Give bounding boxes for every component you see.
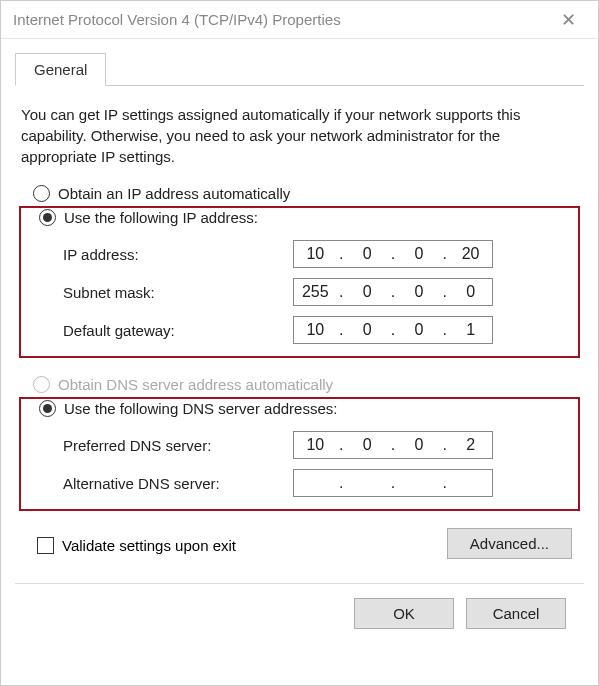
radio-label: Obtain DNS server address automatically — [58, 376, 333, 393]
titlebar: Internet Protocol Version 4 (TCP/IPv4) P… — [1, 1, 598, 39]
preferred-dns-row: Preferred DNS server: 10. 0. 0. 2 — [63, 431, 564, 459]
dialog-content: General You can get IP settings assigned… — [1, 39, 598, 685]
properties-dialog: Internet Protocol Version 4 (TCP/IPv4) P… — [0, 0, 599, 686]
tab-general[interactable]: General — [15, 53, 106, 86]
ip-address-label: IP address: — [63, 246, 293, 263]
radio-use-dns[interactable]: Use the following DNS server addresses: — [39, 400, 343, 417]
close-icon[interactable]: ✕ — [551, 9, 586, 31]
radio-use-ip[interactable]: Use the following IP address: — [39, 209, 264, 226]
advanced-button[interactable]: Advanced... — [447, 528, 572, 559]
subnet-mask-row: Subnet mask: 255. 0. 0. 0 — [63, 278, 564, 306]
ip-address-row: IP address: 10. 0. 0. 20 — [63, 240, 564, 268]
alt-dns-row: Alternative DNS server: . . . — [63, 469, 564, 497]
radio-icon — [33, 185, 50, 202]
advanced-row: Advanced... — [15, 528, 584, 559]
radio-icon — [39, 209, 56, 226]
dialog-buttons: OK Cancel — [15, 583, 584, 643]
alt-dns-label: Alternative DNS server: — [63, 475, 293, 492]
ip-address-input[interactable]: 10. 0. 0. 20 — [293, 240, 493, 268]
subnet-mask-input[interactable]: 255. 0. 0. 0 — [293, 278, 493, 306]
subnet-mask-label: Subnet mask: — [63, 284, 293, 301]
radio-icon — [33, 376, 50, 393]
default-gateway-row: Default gateway: 10. 0. 0. 1 — [63, 316, 564, 344]
radio-label: Use the following IP address: — [64, 209, 258, 226]
ok-button[interactable]: OK — [354, 598, 454, 629]
default-gateway-input[interactable]: 10. 0. 0. 1 — [293, 316, 493, 344]
preferred-dns-label: Preferred DNS server: — [63, 437, 293, 454]
radio-label: Obtain an IP address automatically — [58, 185, 290, 202]
description-text: You can get IP settings assigned automat… — [21, 104, 578, 167]
radio-obtain-dns-auto: Obtain DNS server address automatically — [33, 376, 584, 393]
alt-dns-input[interactable]: . . . — [293, 469, 493, 497]
dialog-title: Internet Protocol Version 4 (TCP/IPv4) P… — [13, 11, 341, 28]
radio-icon — [39, 400, 56, 417]
cancel-button[interactable]: Cancel — [466, 598, 566, 629]
radio-obtain-ip-auto[interactable]: Obtain an IP address automatically — [33, 185, 584, 202]
ip-settings-group: Use the following IP address: IP address… — [19, 206, 580, 358]
dns-settings-group: Use the following DNS server addresses: … — [19, 397, 580, 511]
radio-label: Use the following DNS server addresses: — [64, 400, 337, 417]
preferred-dns-input[interactable]: 10. 0. 0. 2 — [293, 431, 493, 459]
default-gateway-label: Default gateway: — [63, 322, 293, 339]
tab-row: General — [15, 53, 584, 86]
